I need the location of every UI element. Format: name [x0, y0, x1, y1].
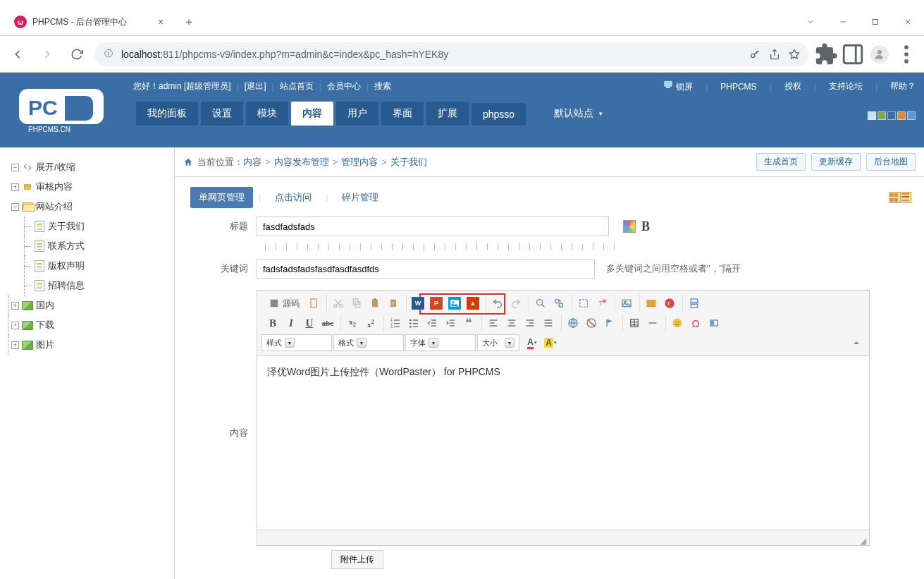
resize-handle-icon[interactable]: ◢: [860, 536, 867, 543]
table-icon[interactable]: [626, 315, 643, 331]
tree-images[interactable]: +图片: [11, 335, 174, 355]
source-button[interactable]: 源码: [264, 295, 304, 312]
chevron-down-icon[interactable]: [794, 8, 827, 35]
key-icon[interactable]: [749, 49, 760, 60]
back-button[interactable]: [6, 42, 30, 66]
info-icon[interactable]: ⓘ: [103, 49, 114, 60]
browser-tab[interactable]: ω PHPCMS - 后台管理中心 ×: [6, 9, 175, 35]
theme-swatch[interactable]: [868, 111, 876, 120]
paste-icon[interactable]: [366, 295, 383, 312]
minimize-icon[interactable]: [827, 8, 859, 35]
underline-icon[interactable]: U: [301, 315, 318, 331]
address-bar[interactable]: ⓘ localhost:811/phpcms-v9/index.php?m=ad…: [94, 42, 808, 66]
nav-tab-content[interactable]: 内容: [291, 102, 333, 126]
keyword-input[interactable]: [257, 259, 595, 279]
subtab-page-manage[interactable]: 单网页管理: [190, 187, 253, 208]
close-tab-icon[interactable]: ×: [155, 16, 166, 28]
superscript-icon[interactable]: x2: [362, 315, 379, 331]
redo-icon[interactable]: [507, 295, 524, 312]
update-cache-button[interactable]: 更新缓存: [811, 153, 861, 171]
breadcrumb-link[interactable]: 关于我们: [390, 156, 427, 169]
title-input[interactable]: [257, 217, 609, 236]
theme-swatch[interactable]: [897, 111, 906, 120]
collapse-toolbar-icon[interactable]: [848, 334, 865, 351]
collapse-icon[interactable]: −: [11, 203, 19, 211]
star-icon[interactable]: [789, 49, 800, 60]
phpcms-link[interactable]: PHPCMS: [720, 82, 756, 92]
editor-content-area[interactable]: 泽优Word图片上传控件（WordPaster） for PHPCMS: [257, 356, 869, 530]
theme-swatch[interactable]: [877, 111, 886, 120]
link-icon[interactable]: [565, 315, 581, 331]
menu-icon[interactable]: [894, 42, 918, 66]
attachment-upload-button[interactable]: 附件上传: [331, 550, 383, 569]
font-dropdown[interactable]: 字体▼: [405, 334, 476, 351]
outdent-icon[interactable]: [424, 315, 441, 331]
breadcrumb-link[interactable]: 内容发布管理: [274, 156, 329, 169]
nav-tab-users[interactable]: 用户: [336, 102, 378, 126]
find-icon[interactable]: [532, 295, 549, 312]
tree-contact[interactable]: 联系方式: [27, 236, 174, 256]
close-window-icon[interactable]: [892, 8, 924, 35]
sidepanel-icon[interactable]: [841, 42, 865, 66]
paste-text-icon[interactable]: T: [385, 295, 402, 312]
pdf-import-icon[interactable]: ▲: [464, 295, 481, 312]
align-left-icon[interactable]: [485, 315, 502, 331]
ppt-import-icon[interactable]: P: [428, 295, 445, 312]
new-page-icon[interactable]: [305, 295, 322, 312]
breadcrumb-link[interactable]: 内容: [243, 156, 261, 169]
view-list-icon[interactable]: [900, 192, 911, 203]
site-select-dropdown[interactable]: 默认站点: [543, 102, 615, 126]
extensions-icon[interactable]: [814, 42, 838, 66]
theme-swatch[interactable]: [907, 111, 916, 120]
tree-audit-content[interactable]: + 审核内容: [11, 177, 174, 197]
thumbnail-icon[interactable]: [706, 315, 722, 331]
nav-tab-panel[interactable]: 我的面板: [136, 102, 198, 126]
lock-screen-link[interactable]: 锁屏: [663, 80, 693, 93]
subtab-fragment[interactable]: 碎片管理: [333, 187, 387, 208]
subscript-icon[interactable]: x2: [344, 315, 361, 331]
nav-tab-phpsso[interactable]: phpsso: [472, 103, 526, 126]
forward-button[interactable]: [35, 42, 59, 66]
format-dropdown[interactable]: 格式▼: [333, 334, 404, 351]
copy-icon[interactable]: [348, 295, 365, 312]
special-char-icon[interactable]: Ω: [687, 315, 704, 331]
pagebreak-icon[interactable]: [686, 295, 703, 312]
help-link[interactable]: 帮助？: [890, 80, 916, 92]
member-center-link[interactable]: 会员中心: [327, 80, 361, 92]
select-all-icon[interactable]: [575, 295, 592, 312]
unlink-icon[interactable]: [583, 315, 600, 331]
color-picker-icon[interactable]: [623, 220, 636, 233]
maximize-icon[interactable]: [859, 8, 892, 35]
subtab-visit[interactable]: 点击访问: [266, 187, 320, 208]
generate-home-button[interactable]: 生成首页: [756, 153, 806, 171]
nav-tab-extensions[interactable]: 扩展: [426, 102, 469, 126]
share-icon[interactable]: [769, 49, 780, 60]
image-import-icon[interactable]: [446, 295, 463, 312]
indent-icon[interactable]: [442, 315, 459, 331]
sitemap-button[interactable]: 后台地图: [866, 153, 916, 171]
undo-icon[interactable]: [489, 295, 506, 312]
nav-tab-settings[interactable]: 设置: [201, 102, 243, 126]
size-dropdown[interactable]: 大小▼: [477, 334, 519, 351]
bold-icon[interactable]: B: [641, 219, 650, 234]
hr-icon[interactable]: [644, 315, 661, 331]
remove-format-icon[interactable]: T: [593, 295, 610, 312]
text-color-icon[interactable]: A▾: [524, 334, 541, 351]
expand-icon[interactable]: +: [11, 341, 19, 349]
site-home-link[interactable]: 站点首页: [280, 80, 314, 92]
tree-expand-collapse[interactable]: − 展开/收缩: [11, 157, 174, 177]
tree-copyright[interactable]: 版权声明: [27, 256, 174, 276]
cut-icon[interactable]: [330, 295, 347, 312]
tree-site-intro[interactable]: − 网站介绍: [11, 197, 174, 217]
bullet-list-icon[interactable]: [405, 315, 422, 331]
tree-downloads[interactable]: +下载: [11, 315, 174, 335]
strike-icon[interactable]: abc: [319, 315, 336, 331]
align-justify-icon[interactable]: [540, 315, 557, 331]
forum-link[interactable]: 支持论坛: [829, 80, 863, 92]
tree-jobs[interactable]: 招聘信息: [27, 276, 174, 295]
expand-icon[interactable]: +: [11, 183, 19, 191]
nav-tab-modules[interactable]: 模块: [246, 102, 288, 126]
profile-icon[interactable]: [868, 42, 892, 66]
align-center-icon[interactable]: [503, 315, 520, 331]
styles-dropdown[interactable]: 样式▼: [261, 334, 332, 351]
